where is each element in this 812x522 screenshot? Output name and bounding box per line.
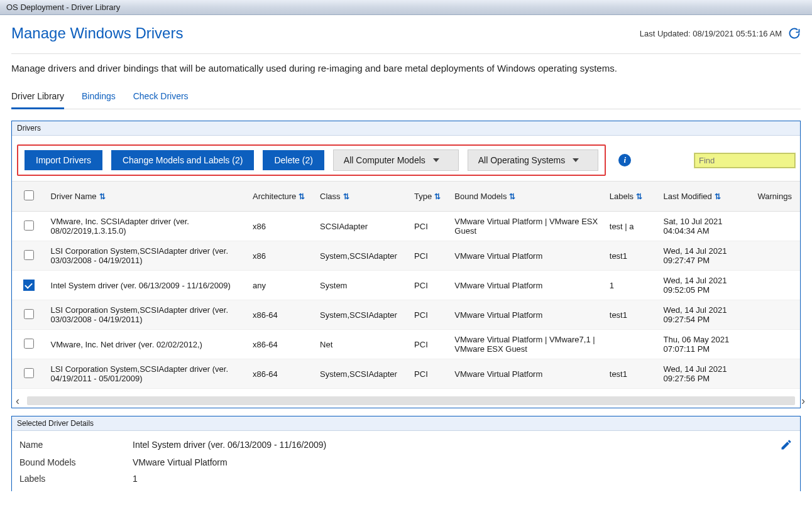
sort-icon: ⇅: [434, 192, 441, 201]
cell-arch: any: [248, 389, 315, 396]
operating-systems-dropdown[interactable]: All Operating Systems: [468, 150, 599, 171]
window-title: OS Deployment - Driver Library: [6, 3, 120, 12]
cell-warnings: [752, 330, 800, 359]
cell-name: LSI Corporation System,SCSIAdapter drive…: [46, 359, 248, 389]
page-header: Manage Windows Drivers Last Updated: 08/…: [11, 24, 801, 42]
sort-icon: ⇅: [343, 192, 349, 201]
table-row[interactable]: VMware, Inc. SCSIAdapter driver (ver. 08…: [12, 212, 800, 241]
cell-type: PCI: [409, 389, 449, 396]
cell-modified: Wed, 14 Jul 2021 09:27:56 PM: [658, 359, 752, 389]
tab-driver-library[interactable]: Driver Library: [11, 87, 64, 109]
cell-name: VMware, Inc. SCSIAdapter driver (ver. 08…: [46, 212, 248, 241]
scroll-right-icon[interactable]: ›: [801, 394, 805, 408]
drivers-table-wrap[interactable]: Driver Name⇅ Architecture⇅ Class⇅ Type⇅ …: [12, 182, 800, 395]
row-checkbox[interactable]: [23, 280, 35, 291]
last-updated: Last Updated: 08/19/2021 05:51:16 AM: [640, 27, 801, 40]
cell-arch: x86-64: [248, 300, 315, 330]
cell-name: LSI Corporation System,SCSIAdapter drive…: [46, 300, 248, 330]
cell-class: MEDIA: [315, 389, 409, 396]
delete-button[interactable]: Delete (2): [263, 150, 324, 170]
import-drivers-button[interactable]: Import Drivers: [25, 150, 102, 170]
info-icon[interactable]: i: [618, 154, 631, 166]
table-row[interactable]: Intel System driver (ver. 06/13/2009 - 1…: [12, 271, 800, 300]
detail-name: Name Intel System driver (ver. 06/13/200…: [19, 438, 793, 451]
sort-icon: ⇅: [636, 192, 642, 201]
col-last-modified[interactable]: Last Modified⇅: [658, 182, 752, 212]
row-checkbox[interactable]: [24, 339, 34, 349]
col-architecture[interactable]: Architecture⇅: [248, 182, 315, 212]
row-checkbox[interactable]: [24, 250, 34, 260]
details-header: Selected Driver Details: [12, 416, 800, 431]
cell-class: System,SCSIAdapter: [315, 300, 409, 330]
cell-labels: [605, 389, 659, 396]
change-models-labels-button[interactable]: Change Models and Labels (2): [111, 150, 254, 170]
cell-labels: test | a: [605, 212, 659, 241]
cell-type: PCI: [409, 359, 449, 389]
scroll-left-icon[interactable]: ‹: [16, 394, 19, 408]
cell-warnings: [752, 271, 800, 300]
cell-name: VMware, Inc. Net driver (ver. 02/02/2012…: [46, 330, 248, 359]
cell-type: PCI: [409, 330, 449, 359]
cell-modified: Wed, 14 Jul 2021 09:52:05 PM: [658, 271, 752, 300]
cell-modified: Wed, 14 Jul 2021 09:27:54 PM: [658, 300, 752, 330]
toolbar: Import Drivers Change Models and Labels …: [12, 136, 800, 182]
col-class[interactable]: Class⇅: [315, 182, 409, 212]
row-checkbox[interactable]: [24, 220, 34, 231]
row-checkbox[interactable]: [24, 309, 34, 319]
cell-class: System: [315, 271, 409, 300]
cell-name: LSI Corporation System,SCSIAdapter drive…: [46, 241, 248, 271]
cell-models: VMware Virtual Platform: [449, 271, 604, 300]
edit-icon[interactable]: [780, 438, 793, 451]
table-row[interactable]: LSI Corporation System,SCSIAdapter drive…: [12, 241, 800, 271]
cell-class: System,SCSIAdapter: [315, 359, 409, 389]
select-all-checkbox[interactable]: [24, 190, 34, 200]
chevron-down-icon: [573, 158, 579, 162]
cell-modified: Thu, 06 May 2021 07:07:11 PM: [658, 330, 752, 359]
cell-type: PCI: [409, 241, 449, 271]
refresh-icon[interactable]: [788, 27, 801, 40]
sort-icon: ⇅: [299, 192, 305, 201]
table-row[interactable]: VMware MEDIA driver (ver. 04/21/2009,5.1…: [12, 389, 800, 396]
cell-arch: x86-64: [248, 359, 315, 389]
cell-labels: 1: [605, 271, 659, 300]
cell-models: VMware Virtual Platform: [449, 389, 604, 396]
page-description: Manage drivers and driver bindings that …: [11, 63, 801, 73]
tab-check-drivers[interactable]: Check Drivers: [133, 87, 189, 109]
col-type[interactable]: Type⇅: [409, 182, 449, 212]
table-row[interactable]: LSI Corporation System,SCSIAdapter drive…: [12, 359, 800, 389]
cell-warnings: [752, 389, 800, 396]
cell-modified: Thu, 27 May 2021 05:27:39 PM: [658, 389, 752, 396]
col-warnings[interactable]: Warnings: [752, 182, 800, 212]
cell-type: PCI: [409, 212, 449, 241]
cell-arch: any: [248, 271, 315, 300]
details-panel: Selected Driver Details Name Intel Syste…: [11, 416, 801, 491]
search-input[interactable]: [694, 153, 795, 168]
cell-arch: x86: [248, 212, 315, 241]
cell-models: VMware Virtual Platform | VMware ESX Gue…: [449, 212, 604, 241]
cell-class: SCSIAdapter: [315, 212, 409, 241]
horizontal-scrollbar[interactable]: ‹ ›: [27, 396, 795, 405]
drivers-panel: Drivers Import Drivers Change Models and…: [11, 121, 801, 408]
row-checkbox[interactable]: [24, 368, 34, 378]
cell-arch: x86: [248, 241, 315, 271]
table-row[interactable]: VMware, Inc. Net driver (ver. 02/02/2012…: [12, 330, 800, 359]
cell-name: Intel System driver (ver. 06/13/2009 - 1…: [46, 271, 248, 300]
tab-bindings[interactable]: Bindings: [82, 87, 116, 109]
cell-warnings: [752, 241, 800, 271]
cell-type: PCI: [409, 271, 449, 300]
col-bound-models[interactable]: Bound Models⇅: [449, 182, 604, 212]
cell-models: VMware Virtual Platform: [449, 359, 604, 389]
col-driver-name[interactable]: Driver Name⇅: [46, 182, 248, 212]
cell-class: Net: [315, 330, 409, 359]
table-row[interactable]: LSI Corporation System,SCSIAdapter drive…: [12, 300, 800, 330]
cell-models: VMware Virtual Platform: [449, 241, 604, 271]
toolbar-highlight: Import Drivers Change Models and Labels …: [17, 144, 606, 176]
col-labels[interactable]: Labels⇅: [605, 182, 659, 212]
cell-warnings: [752, 300, 800, 330]
sort-icon: ⇅: [99, 192, 106, 201]
cell-labels: test1: [605, 300, 659, 330]
computer-models-dropdown[interactable]: All Computer Models: [333, 150, 459, 171]
cell-class: System,SCSIAdapter: [315, 241, 409, 271]
cell-labels: [605, 330, 659, 359]
page-title: Manage Windows Drivers: [11, 24, 183, 42]
